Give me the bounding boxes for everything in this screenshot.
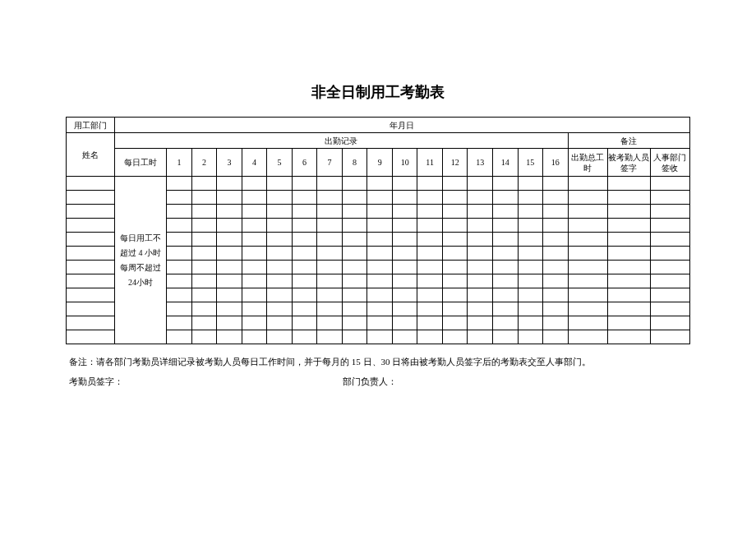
day-cell[interactable] (242, 205, 267, 219)
signee-cell[interactable] (607, 261, 650, 274)
day-cell[interactable] (242, 219, 267, 233)
day-cell[interactable] (417, 330, 443, 344)
day-cell[interactable] (242, 191, 267, 205)
day-cell[interactable] (493, 288, 519, 302)
day-cell[interactable] (342, 191, 367, 205)
day-cell[interactable] (242, 302, 267, 316)
day-cell[interactable] (191, 261, 217, 274)
day-cell[interactable] (367, 177, 393, 191)
day-cell[interactable] (493, 247, 519, 261)
day-cell[interactable] (292, 261, 317, 274)
day-cell[interactable] (392, 233, 417, 247)
day-cell[interactable] (493, 330, 519, 344)
day-cell[interactable] (392, 330, 417, 344)
name-cell[interactable] (67, 247, 115, 261)
day-cell[interactable] (217, 261, 242, 274)
day-cell[interactable] (468, 330, 493, 344)
day-cell[interactable] (493, 261, 519, 274)
day-cell[interactable] (367, 191, 393, 205)
day-cell[interactable] (317, 177, 343, 191)
total-cell[interactable] (568, 233, 607, 247)
day-cell[interactable] (167, 177, 192, 191)
day-cell[interactable] (468, 205, 493, 219)
day-cell[interactable] (292, 316, 317, 330)
total-cell[interactable] (568, 316, 607, 330)
day-cell[interactable] (317, 274, 343, 288)
day-cell[interactable] (191, 288, 217, 302)
day-cell[interactable] (242, 233, 267, 247)
day-cell[interactable] (367, 316, 393, 330)
total-cell[interactable] (568, 219, 607, 233)
day-cell[interactable] (493, 191, 519, 205)
name-cell[interactable] (67, 233, 115, 247)
day-cell[interactable] (292, 330, 317, 344)
name-cell[interactable] (67, 330, 115, 344)
name-cell[interactable] (67, 288, 115, 302)
day-cell[interactable] (392, 205, 417, 219)
day-cell[interactable] (167, 316, 192, 330)
day-cell[interactable] (267, 274, 293, 288)
hr-cell[interactable] (650, 274, 689, 288)
day-cell[interactable] (242, 261, 267, 274)
day-cell[interactable] (392, 302, 417, 316)
name-cell[interactable] (67, 219, 115, 233)
day-cell[interactable] (493, 302, 519, 316)
day-cell[interactable] (242, 330, 267, 344)
day-cell[interactable] (342, 233, 367, 247)
day-cell[interactable] (442, 330, 468, 344)
day-cell[interactable] (417, 191, 443, 205)
day-cell[interactable] (518, 219, 543, 233)
day-cell[interactable] (518, 330, 543, 344)
total-cell[interactable] (568, 302, 607, 316)
day-cell[interactable] (317, 191, 343, 205)
signee-cell[interactable] (607, 330, 650, 344)
day-cell[interactable] (392, 191, 417, 205)
day-cell[interactable] (518, 233, 543, 247)
day-cell[interactable] (543, 261, 569, 274)
day-cell[interactable] (167, 261, 192, 274)
name-cell[interactable] (67, 205, 115, 219)
day-cell[interactable] (442, 302, 468, 316)
day-cell[interactable] (442, 247, 468, 261)
signee-cell[interactable] (607, 316, 650, 330)
day-cell[interactable] (342, 288, 367, 302)
signee-cell[interactable] (607, 191, 650, 205)
day-cell[interactable] (417, 316, 443, 330)
day-cell[interactable] (342, 302, 367, 316)
day-cell[interactable] (342, 274, 367, 288)
day-cell[interactable] (518, 302, 543, 316)
day-cell[interactable] (292, 219, 317, 233)
hr-cell[interactable] (650, 233, 689, 247)
day-cell[interactable] (493, 233, 519, 247)
day-cell[interactable] (167, 233, 192, 247)
day-cell[interactable] (317, 330, 343, 344)
total-cell[interactable] (568, 177, 607, 191)
day-cell[interactable] (518, 191, 543, 205)
name-cell[interactable] (67, 177, 115, 191)
day-cell[interactable] (518, 274, 543, 288)
day-cell[interactable] (392, 274, 417, 288)
day-cell[interactable] (518, 261, 543, 274)
signee-cell[interactable] (607, 219, 650, 233)
day-cell[interactable] (442, 233, 468, 247)
day-cell[interactable] (543, 205, 569, 219)
day-cell[interactable] (317, 288, 343, 302)
day-cell[interactable] (292, 302, 317, 316)
day-cell[interactable] (217, 288, 242, 302)
day-cell[interactable] (242, 316, 267, 330)
total-cell[interactable] (568, 261, 607, 274)
day-cell[interactable] (267, 177, 293, 191)
hr-cell[interactable] (650, 330, 689, 344)
day-cell[interactable] (518, 247, 543, 261)
signee-cell[interactable] (607, 302, 650, 316)
day-cell[interactable] (191, 177, 217, 191)
day-cell[interactable] (267, 205, 293, 219)
hr-cell[interactable] (650, 177, 689, 191)
day-cell[interactable] (518, 288, 543, 302)
total-cell[interactable] (568, 330, 607, 344)
name-cell[interactable] (67, 274, 115, 288)
hr-cell[interactable] (650, 205, 689, 219)
day-cell[interactable] (518, 316, 543, 330)
day-cell[interactable] (217, 316, 242, 330)
day-cell[interactable] (292, 191, 317, 205)
